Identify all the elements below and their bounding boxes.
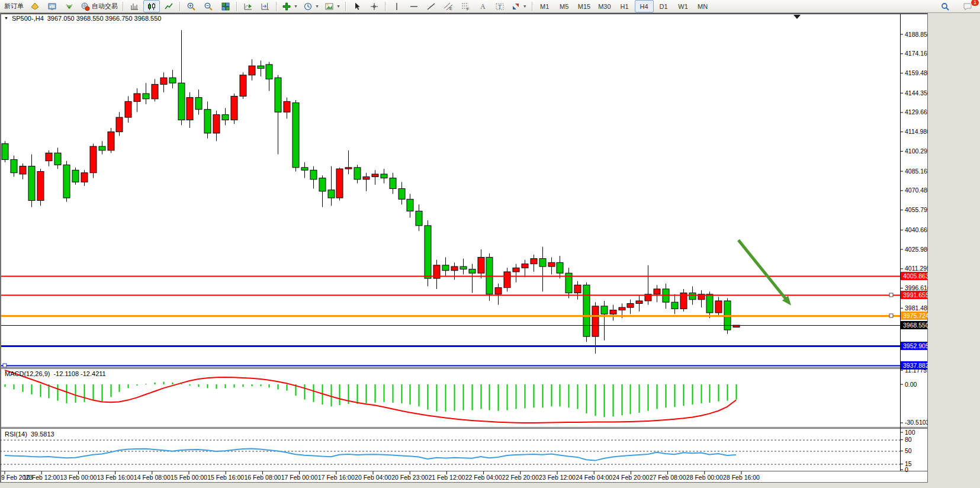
text-label-button[interactable]: T xyxy=(491,0,508,12)
svg-text:4011.295: 4011.295 xyxy=(905,265,928,272)
svg-text:E: E xyxy=(449,7,452,11)
chevron-down-icon: ▼ xyxy=(315,4,319,8)
toolbar-separator xyxy=(276,2,277,11)
svg-text:4005.863: 4005.863 xyxy=(903,272,928,280)
candlestick-chart-button[interactable] xyxy=(143,0,160,12)
svg-text:0: 0 xyxy=(905,466,908,473)
svg-text:20 Feb 04:00: 20 Feb 04:00 xyxy=(355,474,391,481)
timeframe-m1-button[interactable]: M1 xyxy=(535,0,554,12)
arrows-icon xyxy=(511,2,520,11)
templates-button[interactable]: ▼ xyxy=(322,0,343,12)
svg-text:28 Feb 00:00: 28 Feb 00:00 xyxy=(686,474,723,481)
crosshair-button[interactable] xyxy=(366,0,383,12)
signal-icon xyxy=(65,2,74,11)
timeframe-h4-button[interactable]: H4 xyxy=(635,0,654,12)
chart-shift-button[interactable] xyxy=(257,0,274,12)
fibonacci-icon: F xyxy=(461,2,470,11)
line-chart-button[interactable] xyxy=(160,0,177,12)
channel-icon: E xyxy=(444,2,453,11)
chart-canvas[interactable]: 4188.8504174.1654159.4804144.3504129.665… xyxy=(0,13,928,483)
svg-text:A: A xyxy=(480,2,486,11)
autotrade-icon xyxy=(81,2,90,11)
chart-shift-icon xyxy=(261,2,270,11)
new-order-label: 新订单 xyxy=(4,2,24,11)
zoom-out-icon xyxy=(204,2,213,11)
toolbar-separator xyxy=(385,2,386,11)
trendline-button[interactable] xyxy=(423,0,439,12)
svg-text:T: T xyxy=(498,4,502,10)
new-order-button[interactable]: 新订单 xyxy=(2,0,26,12)
toolbar-separator xyxy=(345,2,346,11)
svg-text:3991.655: 3991.655 xyxy=(903,291,928,298)
timeframe-mn-button[interactable]: MN xyxy=(693,0,712,12)
svg-text:24 Feb 04:00: 24 Feb 04:00 xyxy=(576,474,612,481)
zoom-out-button[interactable] xyxy=(200,0,217,12)
bar-chart-button[interactable] xyxy=(126,0,143,12)
svg-text:23 Feb 12:00: 23 Feb 12:00 xyxy=(539,474,576,481)
indicators-plus-icon xyxy=(282,2,291,11)
main-toolbar: 新订单 自动交易 ▼ ▼ xyxy=(0,0,980,13)
svg-text:4144.350: 4144.350 xyxy=(905,89,928,97)
svg-text:27 Feb 08:00: 27 Feb 08:00 xyxy=(650,474,686,481)
timeframe-m5-button[interactable]: M5 xyxy=(555,0,574,12)
svg-text:100: 100 xyxy=(905,429,915,436)
svg-text:F: F xyxy=(467,7,469,11)
horizontal-line-button[interactable] xyxy=(406,0,422,12)
timeframe-d1-button[interactable]: D1 xyxy=(654,0,673,12)
svg-text:4100.295: 4100.295 xyxy=(905,147,928,155)
fibonacci-button[interactable]: F xyxy=(457,0,474,12)
chart-window: 4188.8504174.1654159.4804144.3504129.665… xyxy=(0,13,928,483)
svg-text:4040.665: 4040.665 xyxy=(905,226,928,233)
trendline-icon xyxy=(426,2,436,11)
search-icon xyxy=(940,2,950,11)
arrows-button[interactable]: ▼ xyxy=(509,0,529,12)
svg-text:13 Feb 16:00: 13 Feb 16:00 xyxy=(97,474,134,481)
tile-windows-icon xyxy=(221,2,230,11)
svg-text:15 Feb 00:00: 15 Feb 00:00 xyxy=(171,474,207,481)
svg-text:-30.5103: -30.5103 xyxy=(905,419,928,426)
timeframe-h1-button[interactable]: H1 xyxy=(615,0,634,12)
chevron-down-icon: ▼ xyxy=(294,4,298,8)
chevron-down-icon: ▼ xyxy=(336,4,340,8)
svg-text:20 Feb 23:00: 20 Feb 23:00 xyxy=(391,474,428,481)
svg-text:4070.480: 4070.480 xyxy=(905,187,928,194)
autotrade-label: 自动交易 xyxy=(92,2,118,11)
clock-icon xyxy=(303,2,313,11)
svg-text:13 Feb 00:00: 13 Feb 00:00 xyxy=(60,474,97,481)
cursor-icon xyxy=(352,2,362,11)
zoom-in-button[interactable] xyxy=(183,0,200,12)
svg-text:3996.610: 3996.610 xyxy=(905,284,928,291)
chevron-down-icon: ▼ xyxy=(523,4,527,8)
svg-text:80: 80 xyxy=(905,436,912,443)
text-button[interactable]: A xyxy=(474,0,491,12)
equidistant-channel-button[interactable]: E xyxy=(440,0,457,12)
candlestick-icon xyxy=(147,2,156,11)
timeframe-m30-button[interactable]: M30 xyxy=(595,0,614,12)
zoom-in-icon xyxy=(187,2,196,11)
cursor-button[interactable] xyxy=(349,0,365,12)
timeframe-m15-button[interactable]: M15 xyxy=(574,0,594,12)
auto-scroll-icon xyxy=(243,2,253,11)
timeframe-w1-button[interactable]: W1 xyxy=(674,0,693,12)
signals-button[interactable] xyxy=(61,0,78,12)
profiles-button[interactable] xyxy=(44,0,60,12)
autotrade-button[interactable]: 自动交易 xyxy=(78,0,120,12)
svg-text:17 Feb 16:00: 17 Feb 16:00 xyxy=(318,474,355,481)
svg-text:4174.165: 4174.165 xyxy=(905,50,928,57)
toolbar-separator xyxy=(123,2,124,11)
periods-button[interactable]: ▼ xyxy=(301,0,322,12)
notifications-button[interactable]: 1 xyxy=(959,0,976,12)
line-chart-icon xyxy=(164,2,173,11)
template-icon xyxy=(324,2,334,11)
new-chart-button[interactable] xyxy=(27,0,43,12)
toolbar-separator xyxy=(179,2,181,11)
svg-text:4085.165: 4085.165 xyxy=(905,168,928,175)
indicators-button[interactable]: ▼ xyxy=(279,0,300,12)
search-button[interactable] xyxy=(937,0,953,12)
svg-text:3975.724: 3975.724 xyxy=(903,312,928,319)
vertical-line-button[interactable] xyxy=(388,0,405,12)
tile-windows-button[interactable] xyxy=(217,0,234,12)
profiles-icon xyxy=(47,2,57,11)
auto-scroll-button[interactable] xyxy=(240,0,256,12)
toolbar-separator xyxy=(532,2,533,11)
